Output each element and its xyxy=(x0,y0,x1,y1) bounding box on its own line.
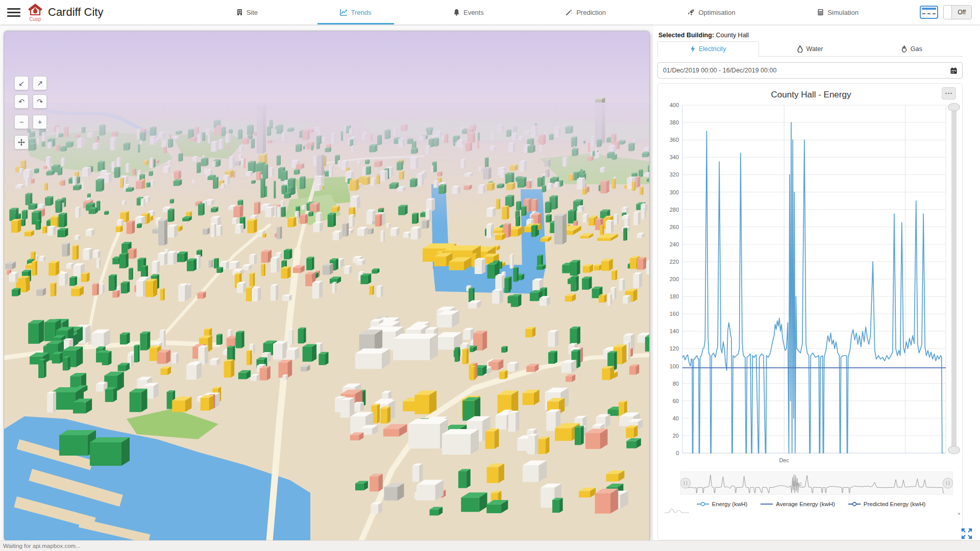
calculator-icon xyxy=(817,9,824,16)
timeline-toggle-button[interactable] xyxy=(920,6,938,19)
nav-item-simulation[interactable]: Simulation xyxy=(817,0,859,24)
zoom-in-button[interactable]: + xyxy=(33,115,47,129)
svg-text:140: 140 xyxy=(670,328,679,334)
utility-tabs: Electricity Water Gas xyxy=(657,41,963,57)
toggle-knob xyxy=(944,6,952,19)
nav-item-site[interactable]: Site xyxy=(236,0,258,24)
nav-label-site: Site xyxy=(247,9,258,16)
chart-navigator[interactable]: Dec xyxy=(680,471,953,495)
predicted-series-swatch xyxy=(848,502,861,507)
tab-label-electricity: Electricity xyxy=(699,45,726,53)
off-toggle[interactable]: Off xyxy=(943,5,972,19)
svg-text:400: 400 xyxy=(670,102,679,108)
city-map-3d[interactable] xyxy=(4,31,649,541)
tab-gas[interactable]: Gas xyxy=(861,41,963,57)
date-range-input[interactable]: 01/Dec/2019 00:00 - 16/Dec/2019 00:00 xyxy=(657,62,963,79)
selected-building-value: County Hall xyxy=(716,32,749,39)
building-icon xyxy=(236,9,243,16)
app-title: Cardiff City xyxy=(48,6,103,19)
slider-handle-bottom[interactable] xyxy=(948,446,960,454)
logo-text: Cusp xyxy=(27,17,44,22)
nav-item-events[interactable]: Events xyxy=(453,0,484,24)
chart-context-menu-button[interactable] xyxy=(942,87,956,99)
average-series-swatch xyxy=(761,502,773,507)
selected-building: Selected Building: County Hall xyxy=(658,32,963,39)
nav-item-prediction[interactable]: Prediction xyxy=(566,0,606,24)
svg-text:180: 180 xyxy=(670,293,679,299)
svg-text:60: 60 xyxy=(673,398,679,404)
date-range-value: 01/Dec/2019 00:00 - 16/Dec/2019 00:00 xyxy=(663,67,776,74)
water-droplet-icon xyxy=(797,45,803,53)
tilt-down-button[interactable]: ↙ xyxy=(14,76,29,90)
svg-text:240: 240 xyxy=(670,241,679,247)
legend-label-average: Average Energy (kwH) xyxy=(776,501,835,507)
svg-text:360: 360 xyxy=(670,137,679,143)
pan-button[interactable] xyxy=(14,135,29,149)
chart-legend: Energy (kwH) Average Energy (kwH) Predic… xyxy=(660,501,962,507)
toggle-off-label: Off xyxy=(952,6,971,19)
city-map-panel[interactable]: ↙ ↗ ↶ ↷ − + xyxy=(4,31,649,541)
status-text: Waiting for api.mapbox.com... xyxy=(3,543,81,549)
scroll-caret-icon[interactable]: ▼ xyxy=(957,512,961,516)
fullscreen-button[interactable] xyxy=(961,528,973,540)
main-nav: Site Trends Events Prediction Optimisati… xyxy=(195,0,899,24)
top-navbar: Cusp Cardiff City Site Trends Events Pre… xyxy=(0,0,980,24)
calendar-icon[interactable] xyxy=(950,67,957,74)
svg-text:100: 100 xyxy=(670,363,679,369)
zoom-out-button[interactable]: − xyxy=(14,115,29,129)
energy-series-swatch xyxy=(697,502,709,507)
chart-icon xyxy=(340,9,348,16)
trends-panel: Selected Building: County Hall Electrici… xyxy=(653,24,980,541)
navbar-right-controls: Off xyxy=(920,5,972,19)
legend-item-average[interactable]: Average Energy (kwH) xyxy=(761,501,835,507)
svg-text:260: 260 xyxy=(670,224,679,230)
pan-icon xyxy=(17,138,26,146)
slider-handle-top[interactable] xyxy=(948,103,960,111)
tab-electricity[interactable]: Electricity xyxy=(657,41,759,57)
nav-item-optimisation[interactable]: Optimisation xyxy=(688,0,735,24)
svg-text:80: 80 xyxy=(673,381,679,387)
tab-water[interactable]: Water xyxy=(759,41,861,57)
svg-text:Dec: Dec xyxy=(793,481,802,487)
rocket-icon xyxy=(688,9,695,16)
svg-text:20: 20 xyxy=(673,433,679,439)
svg-text:160: 160 xyxy=(670,311,679,317)
flame-icon xyxy=(901,45,907,53)
bell-icon xyxy=(453,9,460,16)
magic-wand-icon xyxy=(566,9,573,16)
browser-status-bar: Waiting for api.mapbox.com... xyxy=(0,540,980,551)
tilt-up-button[interactable]: ↗ xyxy=(33,76,47,90)
svg-text:320: 320 xyxy=(670,171,679,178)
energy-chart-plot[interactable]: 0204060801001201401601802002202402602803… xyxy=(660,101,962,468)
legend-label-energy: Energy (kwH) xyxy=(712,501,748,507)
selected-building-label: Selected Building: xyxy=(658,32,714,39)
svg-text:200: 200 xyxy=(670,276,679,282)
legend-item-predicted[interactable]: Predicted Energy (kwH) xyxy=(848,501,925,507)
tab-label-water: Water xyxy=(806,45,823,53)
context-menu-icon xyxy=(945,92,952,95)
legend-item-energy[interactable]: Energy (kwH) xyxy=(697,501,748,507)
rotate-ccw-button[interactable]: ↶ xyxy=(14,94,29,109)
energy-chart-card: County Hall - Energy 0204060801001201401… xyxy=(657,83,963,540)
cusp-logo-icon: Cusp xyxy=(27,3,44,22)
menu-hamburger-icon[interactable] xyxy=(7,6,20,19)
svg-text:Dec: Dec xyxy=(779,457,789,463)
tab-label-gas: Gas xyxy=(911,45,922,53)
svg-text:0: 0 xyxy=(676,450,679,456)
rotate-cw-button[interactable]: ↷ xyxy=(33,94,47,109)
svg-text:40: 40 xyxy=(673,415,679,421)
svg-text:220: 220 xyxy=(670,259,679,265)
nav-item-trends[interactable]: Trends xyxy=(340,0,372,24)
nav-label-optimisation: Optimisation xyxy=(698,9,735,16)
brand: Cusp Cardiff City xyxy=(27,3,103,22)
svg-text:380: 380 xyxy=(670,119,679,126)
nav-label-trends: Trends xyxy=(351,9,372,16)
navigator-thumbnail-icon xyxy=(664,507,690,516)
nav-label-simulation: Simulation xyxy=(827,9,859,16)
nav-label-prediction: Prediction xyxy=(576,9,606,16)
svg-text:340: 340 xyxy=(670,154,679,160)
bolt-icon xyxy=(691,45,695,53)
svg-text:120: 120 xyxy=(670,345,679,352)
chart-zoom-slider[interactable] xyxy=(951,107,957,450)
legend-label-predicted: Predicted Energy (kwH) xyxy=(864,501,925,507)
